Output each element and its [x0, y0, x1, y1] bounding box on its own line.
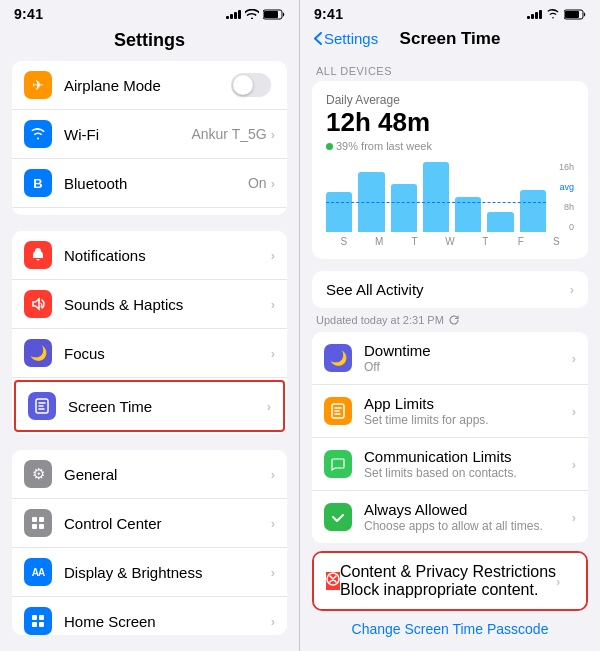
cellular-item[interactable]: Cellular ›	[12, 208, 287, 215]
downtime-text: Downtime Off	[364, 342, 572, 374]
screentime-item[interactable]: Screen Time ›	[14, 380, 285, 432]
y-label-avg: avg	[559, 182, 574, 192]
content-privacy-text: Content & Privacy Restrictions Block ina…	[340, 563, 556, 599]
status-bar-left: 9:41	[0, 0, 299, 26]
chart-x-label: T	[397, 236, 432, 247]
notifications-icon	[31, 248, 45, 262]
signal-icon	[226, 9, 241, 19]
applimits-text: App Limits Set time limits for apps.	[364, 395, 572, 427]
airplane-icon-wrap: ✈	[24, 71, 52, 99]
chart-wrapper: 16h avg 8h 0	[326, 162, 574, 232]
downtime-chevron: ›	[572, 351, 576, 366]
chart-bar	[391, 184, 417, 232]
display-label: Display & Brightness	[64, 564, 271, 581]
battery-icon-right	[564, 9, 586, 20]
display-icon-wrap: AA	[24, 558, 52, 586]
bluetooth-chevron: ›	[271, 176, 275, 191]
chart-bar	[520, 190, 546, 232]
notifications-icon-wrap	[24, 241, 52, 269]
back-chevron-icon	[314, 32, 322, 45]
content-privacy-wrapper: Content & Privacy Restrictions Block ina…	[312, 551, 588, 611]
controlcenter-icon	[31, 516, 45, 530]
alwaysallowed-title: Always Allowed	[364, 501, 572, 518]
screentime-page-title: Screen Time	[400, 29, 501, 49]
airplane-mode-item[interactable]: ✈ Airplane Mode	[12, 61, 287, 110]
homescreen-item[interactable]: Home Screen ›	[12, 597, 287, 635]
chart-bar	[326, 192, 352, 232]
back-label: Settings	[324, 30, 378, 47]
downtime-item[interactable]: 🌙 Downtime Off ›	[312, 332, 588, 385]
change-text: 39% from last week	[336, 140, 432, 152]
see-all-chevron: ›	[570, 282, 574, 297]
focus-icon-wrap: 🌙	[24, 339, 52, 367]
homescreen-icon-wrap	[24, 607, 52, 635]
focus-icon: 🌙	[30, 345, 47, 361]
chart-bar	[487, 212, 513, 232]
focus-item[interactable]: 🌙 Focus ›	[12, 329, 287, 378]
commlimits-text: Communication Limits Set limits based on…	[364, 448, 572, 480]
svg-rect-15	[39, 622, 44, 627]
status-icons-right	[527, 9, 586, 20]
notifications-item[interactable]: Notifications ›	[12, 231, 287, 280]
updated-label: Updated today at 2:31 PM	[300, 312, 600, 332]
wifi-label: Wi-Fi	[64, 126, 191, 143]
chart-x-label: F	[503, 236, 538, 247]
daily-avg-value: 12h 48m	[326, 107, 574, 138]
chart-section: Daily Average 12h 48m 39% from last week…	[312, 81, 588, 259]
homescreen-icon	[31, 614, 45, 628]
applimits-item[interactable]: App Limits Set time limits for apps. ›	[312, 385, 588, 438]
controlcenter-item[interactable]: Control Center ›	[12, 499, 287, 548]
airplane-toggle[interactable]	[231, 73, 271, 97]
alwaysallowed-icon-wrap	[324, 503, 352, 531]
all-devices-label: ALL DEVICES	[300, 57, 600, 81]
wifi-item[interactable]: Wi-Fi Ankur T_5G ›	[12, 110, 287, 159]
applimits-icon	[331, 403, 345, 419]
display-chevron: ›	[271, 565, 275, 580]
chart-x-label: S	[539, 236, 574, 247]
homescreen-label: Home Screen	[64, 613, 271, 630]
alwaysallowed-chevron: ›	[572, 510, 576, 525]
chart-y-labels: 16h avg 8h 0	[559, 162, 574, 232]
see-all-activity[interactable]: See All Activity ›	[312, 271, 588, 308]
display-item[interactable]: AA Display & Brightness ›	[12, 548, 287, 597]
sounds-icon-wrap	[24, 290, 52, 318]
alwaysallowed-item[interactable]: Always Allowed Choose apps to allow at a…	[312, 491, 588, 543]
signal-icon-right	[527, 9, 542, 19]
bluetooth-value: On	[248, 175, 267, 191]
change-passcode[interactable]: Change Screen Time Passcode	[300, 611, 600, 641]
controlcenter-icon-wrap	[24, 509, 52, 537]
svg-rect-10	[32, 524, 37, 529]
wifi-icon-wrap	[24, 120, 52, 148]
time-right: 9:41	[314, 6, 343, 22]
sounds-item[interactable]: Sounds & Haptics ›	[12, 280, 287, 329]
y-label-0: 0	[559, 222, 574, 232]
commlimits-chevron: ›	[572, 457, 576, 472]
general-item[interactable]: ⚙ General ›	[12, 450, 287, 499]
wifi-icon	[30, 128, 46, 140]
general-group: ⚙ General › Control Center › AA Display …	[12, 450, 287, 635]
chart-x-labels: SMTWTFS	[326, 236, 574, 247]
svg-rect-1	[264, 11, 278, 18]
settings-header: Settings	[0, 26, 299, 61]
applimits-chevron: ›	[572, 404, 576, 419]
homescreen-chevron: ›	[271, 614, 275, 629]
change-dot	[326, 143, 333, 150]
commlimits-item[interactable]: Communication Limits Set limits based on…	[312, 438, 588, 491]
general-label: General	[64, 466, 271, 483]
controlcenter-chevron: ›	[271, 516, 275, 531]
sounds-label: Sounds & Haptics	[64, 296, 271, 313]
bluetooth-label: Bluetooth	[64, 175, 248, 192]
back-button[interactable]: Settings	[314, 30, 378, 47]
content-privacy-chevron: ›	[556, 574, 560, 589]
wifi-chevron: ›	[271, 127, 275, 142]
bluetooth-item[interactable]: B Bluetooth On ›	[12, 159, 287, 208]
svg-rect-13	[39, 615, 44, 620]
chart-x-label: M	[361, 236, 396, 247]
sounds-chevron: ›	[271, 297, 275, 312]
commlimits-icon-wrap	[324, 450, 352, 478]
daily-avg-label: Daily Average	[326, 93, 574, 107]
applimits-icon-wrap	[324, 397, 352, 425]
notifications-group: Notifications › Sounds & Haptics › 🌙 Foc…	[12, 231, 287, 434]
content-privacy-item[interactable]: Content & Privacy Restrictions Block ina…	[314, 553, 586, 609]
y-label-8h: 8h	[559, 202, 574, 212]
